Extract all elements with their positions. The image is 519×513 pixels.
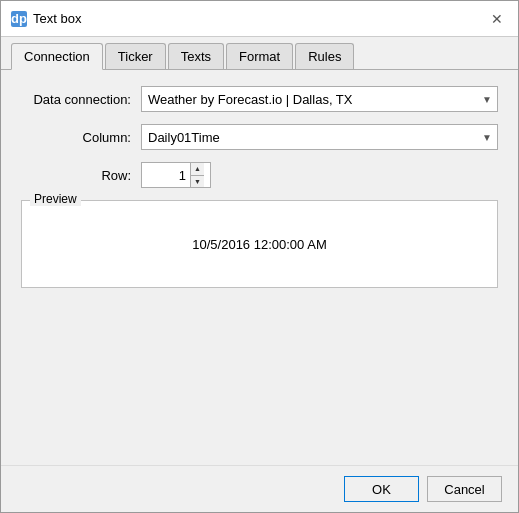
column-row: Column: Daily01Time ▼ <box>21 124 498 150</box>
title-bar: dp Text box ✕ <box>1 1 518 37</box>
title-bar-left: dp Text box <box>11 11 81 27</box>
column-select[interactable]: Daily01Time <box>141 124 498 150</box>
column-select-wrapper: Daily01Time ▼ <box>141 124 498 150</box>
cancel-button[interactable]: Cancel <box>427 476 502 502</box>
row-spinner-buttons: ▲ ▼ <box>190 163 204 187</box>
tab-format[interactable]: Format <box>226 43 293 69</box>
row-input[interactable] <box>142 163 190 187</box>
tab-texts[interactable]: Texts <box>168 43 224 69</box>
tab-ticker[interactable]: Ticker <box>105 43 166 69</box>
tab-connection[interactable]: Connection <box>11 43 103 70</box>
preview-value: 10/5/2016 12:00:00 AM <box>192 237 326 252</box>
dialog: dp Text box ✕ Connection Ticker Texts Fo… <box>0 0 519 513</box>
preview-content: 10/5/2016 12:00:00 AM <box>30 209 489 279</box>
data-connection-label: Data connection: <box>21 92 141 107</box>
column-control: Daily01Time ▼ <box>141 124 498 150</box>
row-label: Row: <box>21 168 141 183</box>
dialog-title: Text box <box>33 11 81 26</box>
row-spinner: ▲ ▼ <box>141 162 211 188</box>
row-decrement-button[interactable]: ▼ <box>191 176 204 188</box>
footer: OK Cancel <box>1 465 518 512</box>
tab-rules[interactable]: Rules <box>295 43 354 69</box>
row-increment-button[interactable]: ▲ <box>191 163 204 176</box>
data-connection-control: Weather by Forecast.io | Dallas, TX ▼ <box>141 86 498 112</box>
row-row: Row: ▲ ▼ <box>21 162 498 188</box>
app-icon: dp <box>11 11 27 27</box>
preview-group: Preview 10/5/2016 12:00:00 AM <box>21 200 498 288</box>
preview-container: Preview 10/5/2016 12:00:00 AM <box>21 200 498 288</box>
data-connection-select[interactable]: Weather by Forecast.io | Dallas, TX <box>141 86 498 112</box>
close-button[interactable]: ✕ <box>486 8 508 30</box>
tab-content: Data connection: Weather by Forecast.io … <box>1 70 518 465</box>
row-control: ▲ ▼ <box>141 162 498 188</box>
tab-bar: Connection Ticker Texts Format Rules <box>1 37 518 70</box>
preview-legend: Preview <box>30 192 81 206</box>
column-label: Column: <box>21 130 141 145</box>
ok-button[interactable]: OK <box>344 476 419 502</box>
data-connection-row: Data connection: Weather by Forecast.io … <box>21 86 498 112</box>
data-connection-select-wrapper: Weather by Forecast.io | Dallas, TX ▼ <box>141 86 498 112</box>
